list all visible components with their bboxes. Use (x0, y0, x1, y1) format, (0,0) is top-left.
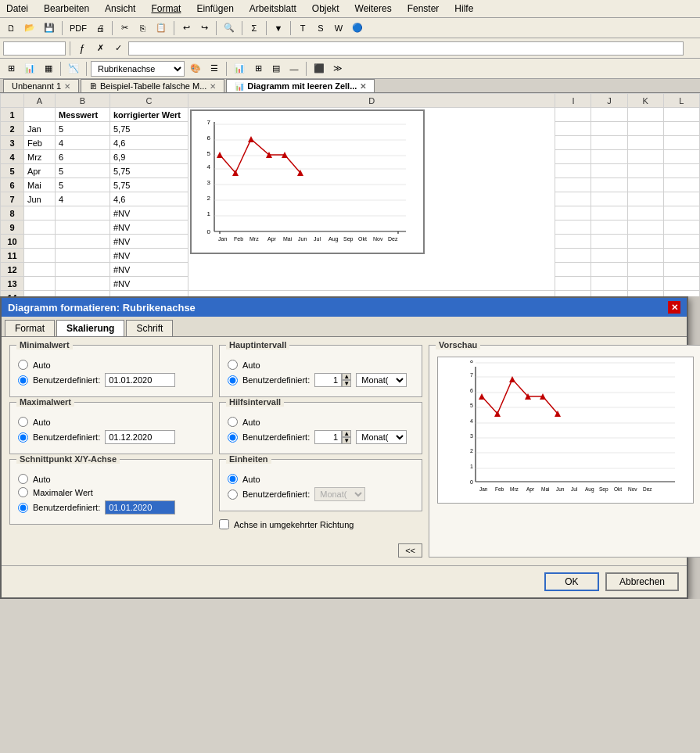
minimalwert-auto-radio[interactable] (18, 360, 28, 370)
hilfsintervall-value[interactable] (314, 430, 342, 444)
cell-i13[interactable] (555, 277, 591, 291)
cancel-button[interactable]: Abbrechen (605, 572, 679, 591)
cell-c14[interactable] (110, 291, 188, 297)
extra-btn[interactable]: 🔵 (349, 20, 366, 36)
cell-i5[interactable] (555, 164, 591, 178)
maximalwert-auto-radio[interactable] (18, 417, 28, 427)
menu-datei[interactable]: Datei (3, 2, 31, 16)
chart-format-btn[interactable]: 🎨 (187, 61, 204, 77)
cell-k1[interactable] (627, 108, 663, 122)
schnittpunkt-auto-radio[interactable] (18, 474, 28, 484)
cell-b1[interactable]: Messwert (56, 108, 110, 122)
chart-axis-btn[interactable]: — (286, 61, 302, 77)
cell-k2[interactable] (627, 122, 663, 136)
col-header-d[interactable]: D (188, 94, 555, 108)
formula-confirm-btn[interactable]: ✓ (110, 41, 126, 56)
cell-j4[interactable] (591, 150, 627, 164)
tab-unbenannt[interactable]: Unbenannt 1 ✕ (3, 79, 79, 92)
menu-bearbeiten[interactable]: Bearbeiten (41, 2, 92, 16)
schnittpunkt-max-label[interactable]: Maximaler Wert (33, 488, 93, 497)
cell-k5[interactable] (627, 164, 663, 178)
menu-format[interactable]: Format (148, 2, 184, 16)
cell-l5[interactable] (663, 164, 699, 178)
chart-legend-btn[interactable]: ▤ (268, 61, 284, 77)
cell-l7[interactable] (663, 192, 699, 206)
cell-c1[interactable]: korrigierter Wert (110, 108, 188, 122)
cell-j3[interactable] (591, 136, 627, 150)
cell-j11[interactable] (591, 249, 627, 263)
minimalwert-custom-radio[interactable] (18, 375, 28, 385)
hilfsintervall-unit-select[interactable]: Monat( (356, 430, 407, 444)
cell-l10[interactable] (663, 235, 699, 249)
cell-c12[interactable]: #NV (110, 263, 188, 277)
minimalwert-auto-label[interactable]: Auto (33, 360, 51, 370)
achse-checkbox[interactable] (219, 519, 229, 529)
cell-i3[interactable] (555, 136, 591, 150)
cell-b14[interactable] (56, 291, 110, 297)
tab-unbenannt-close[interactable]: ✕ (64, 82, 70, 91)
hauptintervall-spin-up[interactable]: ▲ (342, 373, 351, 380)
cell-l14[interactable] (663, 291, 699, 297)
cell-k6[interactable] (627, 178, 663, 192)
chart-tool-3[interactable]: ▦ (41, 61, 56, 77)
menu-hilfe[interactable]: Hilfe (451, 2, 476, 16)
schnittpunkt-auto-label[interactable]: Auto (33, 475, 51, 484)
chart-select-btn[interactable]: ☰ (206, 61, 222, 77)
cell-k13[interactable] (627, 277, 663, 291)
cell-b11[interactable] (56, 249, 110, 263)
tab-diagramm[interactable]: 📊 Diagramm mit leeren Zell... ✕ (226, 79, 375, 92)
cell-l13[interactable] (663, 277, 699, 291)
cell-b3[interactable]: 4 (56, 136, 110, 150)
cell-k11[interactable] (627, 249, 663, 263)
cell-c10[interactable]: #NV (110, 235, 188, 249)
cell-j10[interactable] (591, 235, 627, 249)
col-header-j[interactable]: J (591, 94, 627, 108)
cell-a3[interactable]: Feb (24, 136, 56, 150)
tab-diagramm-close[interactable]: ✕ (360, 82, 366, 91)
new-btn[interactable]: 🗋 (3, 20, 19, 36)
pdf-btn[interactable]: PDF (66, 20, 90, 36)
cell-i8[interactable] (555, 206, 591, 221)
cell-a14[interactable] (24, 291, 56, 297)
cell-i11[interactable] (555, 249, 591, 263)
einheiten-auto-label[interactable]: Auto (242, 475, 260, 484)
cell-j6[interactable] (591, 178, 627, 192)
cell-b8[interactable] (56, 206, 110, 221)
cell-c13[interactable]: #NV (110, 277, 188, 291)
chart-tool-2[interactable]: 📊 (21, 61, 38, 77)
cell-k12[interactable] (627, 263, 663, 277)
menu-fenster[interactable]: Fenster (404, 2, 443, 16)
cell-l6[interactable] (663, 178, 699, 192)
cell-j8[interactable] (591, 206, 627, 221)
web-btn[interactable]: W (331, 20, 346, 36)
print-btn[interactable]: 🖨 (92, 20, 108, 36)
cell-i14[interactable] (555, 291, 591, 297)
menu-weiteres[interactable]: Weiteres (352, 2, 395, 16)
achse-label[interactable]: Achse in umgekehrter Richtung (234, 520, 354, 529)
col-header-i[interactable]: I (555, 94, 591, 108)
maximalwert-custom-radio[interactable] (18, 432, 28, 443)
menu-einfuegen[interactable]: Einfügen (193, 2, 236, 16)
cell-l12[interactable] (663, 263, 699, 277)
cell-c9[interactable]: #NV (110, 221, 188, 235)
sort-btn[interactable]: ▼ (271, 20, 286, 36)
collapse-btn[interactable]: << (398, 543, 422, 558)
hilfsintervall-spin-up[interactable]: ▲ (342, 430, 351, 437)
chart-element-select[interactable]: Rubrikenachse (91, 61, 185, 77)
cell-b5[interactable]: 5 (56, 164, 110, 178)
cell-c7[interactable]: 4,6 (110, 192, 188, 206)
cell-a1[interactable] (24, 108, 56, 122)
calc-btn[interactable]: Σ (246, 20, 262, 36)
formula-cancel-btn[interactable]: ✗ (92, 41, 108, 56)
col-header-a[interactable]: A (24, 94, 56, 108)
cell-a2[interactable]: Jan (24, 122, 56, 136)
cell-i10[interactable] (555, 235, 591, 249)
cell-b2[interactable]: 5 (56, 122, 110, 136)
hauptintervall-custom-label[interactable]: Benutzerdefiniert: (242, 375, 310, 385)
cell-a12[interactable] (24, 263, 56, 277)
cell-k9[interactable] (627, 221, 663, 235)
cell-i12[interactable] (555, 263, 591, 277)
cell-j2[interactable] (591, 122, 627, 136)
gallery-btn[interactable]: S (313, 20, 328, 36)
cell-c2[interactable]: 5,75 (110, 122, 188, 136)
